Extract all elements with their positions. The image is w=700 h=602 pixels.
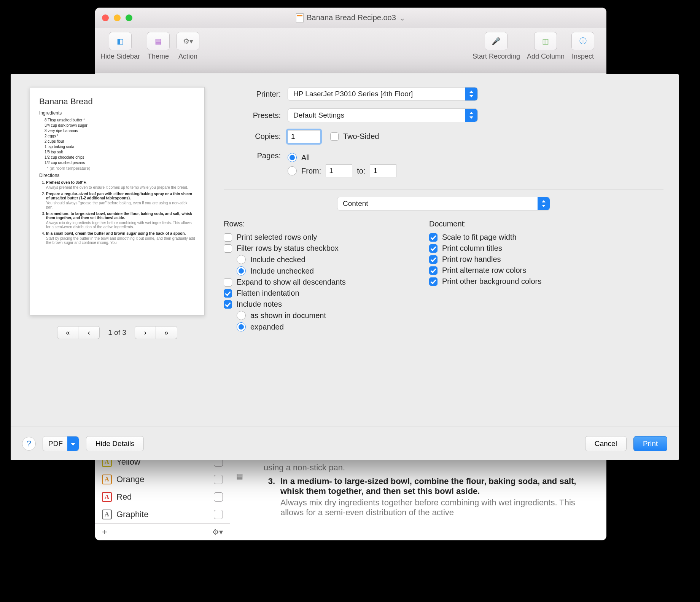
column-titles-checkbox[interactable] [429,244,438,253]
document-icon [296,13,304,22]
last-page-button[interactable]: » [156,326,177,339]
pages-label: Pages: [224,151,281,160]
cancel-button[interactable]: Cancel [585,436,627,451]
document-area: using a non-stick pan. 3. In a medium- t… [249,453,606,540]
two-sided-checkbox[interactable] [330,132,339,141]
sidebar-item-graphite[interactable]: AGraphite [95,506,230,523]
checkbox[interactable] [214,475,223,484]
document-heading: Document: [429,220,541,228]
print-button[interactable]: Print [633,436,667,451]
ingredient-item: 2 cups flour [45,139,195,143]
pdf-menu-button[interactable]: PDF [43,436,79,451]
direction-item: Prepare a regular-sized loaf pan with ei… [46,192,195,209]
printer-label: Printer: [224,90,281,99]
microphone-icon: 🎤 [492,37,501,46]
presets-label: Presets: [224,111,281,120]
chevron-down-icon[interactable]: ⌄ [399,13,406,22]
sidebar-icon: ◧ [117,37,124,46]
pages-from-input[interactable] [326,164,352,177]
ingredient-item: 1 tsp baking soda [45,145,195,149]
first-page-button[interactable]: « [57,326,78,339]
scale-fit-checkbox[interactable] [429,233,438,242]
gear-icon: ⚙︎▾ [183,37,193,46]
preview-page: Banana Bread Ingredients 8 Tbsp unsalted… [30,87,205,315]
pages-all-radio[interactable] [288,153,297,162]
ingredient-item: 2 eggs * [45,134,195,138]
include-notes-checkbox[interactable] [224,300,232,309]
ingredient-item: 8 Tbsp unsalted butter * [45,118,195,122]
hide-details-button[interactable]: Hide Details [86,436,144,451]
add-icon[interactable]: + [102,527,107,537]
direction-item: In a small bowl, cream the butter and br… [46,231,195,245]
pages-range-radio[interactable] [288,166,297,175]
print-preview: Banana Bread Ingredients 8 Tbsp unsalted… [26,87,208,427]
ingredient-item: 1/2 cup chocolate chips [45,155,195,159]
row-handles-checkbox[interactable] [429,255,438,264]
presets-select[interactable]: Default Settings [288,108,478,122]
other-bg-colors-checkbox[interactable] [429,277,438,286]
sidebar: AYellow AOrange ARed AGraphite + [95,453,230,540]
info-icon: ⓘ [579,36,587,46]
pages-to-input[interactable] [370,164,396,177]
divider [224,190,663,190]
gear-menu-icon[interactable]: ⚙︎▾ [212,527,223,537]
ingredient-item: 3/4 cup dark brown sugar [45,123,195,127]
start-recording-button[interactable]: 🎤 Start Recording [473,32,520,61]
note-icon[interactable]: ▤ [236,472,243,481]
copies-label: Copies: [224,132,281,141]
hide-sidebar-button[interactable]: ◧ Hide Sidebar [100,32,140,61]
window-title: Banana Bread Recipe.oo3 [307,13,396,22]
options-pane-select[interactable]: Content [337,197,550,210]
notes-as-shown-radio[interactable] [237,311,246,320]
titlebar: Banana Bread Recipe.oo3 ⌄ [95,8,606,28]
sidebar-item-orange[interactable]: AOrange [95,471,230,488]
printer-select[interactable]: HP LaserJet P3010 Series [4th Floor] [288,87,478,101]
ingredient-item: 3 very ripe bananas [45,129,195,133]
include-unchecked-radio[interactable] [237,266,246,276]
chevron-down-icon [67,436,79,451]
add-column-button[interactable]: ▥ Add Column [527,32,565,61]
prev-page-button[interactable]: ‹ [78,326,100,339]
direction-item: In a medium- to large-sized bowl, combin… [46,212,195,229]
dialog-footer: ? PDF Hide Details Cancel Print [11,427,679,460]
theme-button[interactable]: ▤ Theme [147,32,170,61]
alt-row-colors-checkbox[interactable] [429,266,438,275]
add-column-icon: ▥ [542,37,549,46]
rows-heading: Rows: [224,220,406,228]
help-button[interactable]: ? [22,437,36,451]
sidebar-item-red[interactable]: ARed [95,488,230,506]
inspect-button[interactable]: ⓘ Inspect [571,32,594,61]
ingredient-item: 1/8 tsp salt [45,150,195,154]
print-form: Printer: HP LaserJet P3010 Series [4th F… [224,87,663,427]
copies-input[interactable] [288,130,320,143]
checkbox[interactable] [214,492,223,502]
checkbox[interactable] [214,510,223,519]
action-button[interactable]: ⚙︎▾ Action [177,32,199,61]
next-page-button[interactable]: › [135,326,156,339]
include-checked-radio[interactable] [237,255,246,264]
ingredient-item: 1/2 cup crushed pecans [45,161,195,165]
print-selected-rows-checkbox[interactable] [224,233,232,242]
expand-descendants-checkbox[interactable] [224,278,232,287]
page-indicator: 1 of 3 [108,328,126,337]
theme-icon: ▤ [155,37,162,46]
filter-status-checkbox[interactable] [224,244,232,253]
notes-expanded-radio[interactable] [237,322,246,331]
direction-item: Preheat oven to 350°F.Always preheat the… [46,180,195,190]
flatten-indentation-checkbox[interactable] [224,289,232,298]
toolbar: ◧ Hide Sidebar ▤ Theme ⚙︎▾ Action 🎤 Star… [95,28,606,73]
print-dialog: Banana Bread Ingredients 8 Tbsp unsalted… [11,74,679,460]
